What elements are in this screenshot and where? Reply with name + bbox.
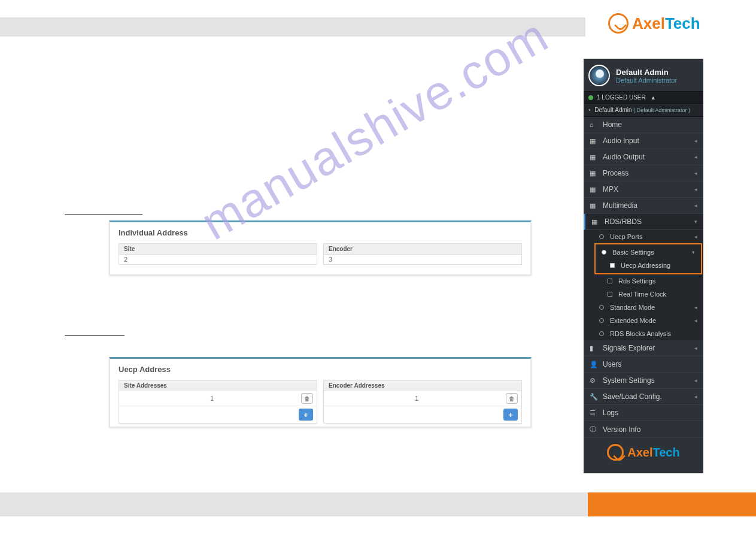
section-heading-individual — [65, 214, 142, 214]
circle-icon — [599, 331, 604, 336]
logo-text-axel: Axel — [632, 14, 665, 32]
logo-swirl-icon — [607, 444, 624, 461]
nav-process[interactable]: ▦Process◂ — [584, 165, 703, 182]
grid-icon: ▦ — [590, 170, 598, 177]
nav-multimedia[interactable]: ▦Multimedia◂ — [584, 198, 703, 214]
circle-filled-icon — [602, 250, 606, 255]
grid-icon: ▦ — [590, 137, 598, 145]
wrench-icon: 🔧 — [590, 393, 598, 401]
nav-audio-output[interactable]: ▦Audio Output◂ — [584, 149, 703, 165]
signal-icon: ▮ — [590, 344, 598, 352]
sidebar-brand-logo: AxelTech — [584, 438, 703, 466]
site-field: Site 2 — [119, 243, 317, 265]
individual-address-panel: Individual Address Site 2 Encoder 3 — [109, 220, 532, 276]
caret-left-icon: ◂ — [694, 170, 697, 176]
sidebar-logo-tech: Tech — [653, 446, 680, 460]
encoder-field: Encoder 3 — [323, 243, 522, 265]
site-addresses-col: Site Addresses 1 🗑 + — [119, 380, 317, 424]
user-icon: 👤 — [590, 361, 598, 368]
caret-left-icon: ◂ — [694, 186, 697, 192]
site-address-add-button[interactable]: + — [299, 409, 313, 421]
section-heading-uecp — [65, 335, 125, 336]
nav-uecp-addressing[interactable]: Uecp Addressing — [596, 259, 701, 272]
gear-icon: ⚙ — [590, 377, 598, 385]
brand-logo: AxelTech — [608, 13, 700, 34]
avatar-icon — [588, 65, 610, 86]
caret-left-icon: ◂ — [694, 377, 697, 383]
grid-icon: ▦ — [590, 153, 598, 161]
sidebar-logo-axel: Axel — [627, 446, 652, 460]
site-addresses-header: Site Addresses — [119, 380, 317, 391]
footer-orange-bar — [588, 492, 756, 516]
square-filled-icon — [610, 263, 615, 268]
caret-left-icon: ◂ — [694, 138, 697, 144]
encoder-address-value: 1 — [327, 395, 506, 402]
nav-signals-explorer[interactable]: ▮Signals Explorer◂ — [584, 340, 703, 356]
nav-extended-mode[interactable]: Extended Mode◂ — [593, 314, 703, 327]
nav-save-load[interactable]: 🔧Save/Load Config.◂ — [584, 389, 703, 405]
list-icon: ☰ — [590, 409, 598, 417]
circle-icon — [599, 305, 604, 310]
square-icon — [608, 292, 612, 297]
logged-user-detail: • Default Admin ( Default Administrator … — [584, 104, 703, 117]
panel1-title: Individual Address — [110, 222, 530, 243]
user-name: Default Admin — [616, 68, 677, 77]
sidebar: Default Admin Default Administrator 1 LO… — [584, 59, 703, 473]
logo-swirl-icon — [608, 13, 629, 34]
nav-rds-blocks[interactable]: RDS Blocks Analysis — [593, 327, 703, 340]
nav-rds[interactable]: ▦RDS/RBDS▾ — [584, 214, 703, 230]
caret-left-icon: ◂ — [694, 318, 697, 324]
nav-basic-settings[interactable]: Basic Settings▾ — [596, 246, 701, 259]
caret-down-icon: ▾ — [692, 249, 695, 255]
encoder-address-add-button[interactable]: + — [503, 409, 518, 421]
nav-home[interactable]: ⌂Home — [584, 117, 703, 133]
top-gray-bar — [0, 17, 585, 37]
nav-logs[interactable]: ☰Logs — [584, 405, 703, 421]
nav-standard-mode[interactable]: Standard Mode◂ — [593, 301, 703, 314]
watermark-text: manualshive.com — [192, 8, 558, 251]
footer-gray-bar — [0, 492, 588, 516]
info-icon: ⓘ — [590, 425, 598, 434]
grid-icon: ▦ — [590, 186, 598, 194]
user-role: Default Administrator — [616, 77, 677, 84]
caret-left-icon: ◂ — [694, 234, 697, 240]
user-box: Default Admin Default Administrator — [584, 59, 703, 91]
nav-audio-input[interactable]: ▦Audio Input◂ — [584, 133, 703, 149]
logged-detail-name: Default Admin — [594, 107, 631, 113]
panel2-title: Uecp Address — [110, 359, 530, 380]
nav-mpx[interactable]: ▦MPX◂ — [584, 182, 703, 198]
nav-version-info[interactable]: ⓘVersion Info — [584, 421, 703, 438]
nav-uecp-ports[interactable]: Uecp Ports◂ — [593, 230, 703, 243]
grid-icon: ▦ — [590, 202, 598, 210]
encoder-addresses-header: Encoder Addresses — [324, 380, 521, 391]
nav-real-time-clock[interactable]: Real Time Clock — [593, 288, 703, 301]
logged-count: 1 LOGGED USER — [597, 94, 646, 101]
logged-detail-role: Default Administrator — [637, 107, 687, 113]
nav-system-settings[interactable]: ⚙System Settings◂ — [584, 373, 703, 389]
grid-icon: ▦ — [591, 218, 600, 226]
caret-left-icon: ◂ — [694, 345, 697, 351]
caret-left-icon: ◂ — [694, 394, 697, 400]
site-address-value: 1 — [123, 395, 301, 402]
uecp-address-panel: Uecp Address Site Addresses 1 🗑 + Encode… — [109, 357, 532, 428]
circle-icon — [599, 234, 604, 239]
circle-icon — [599, 318, 604, 323]
caret-left-icon: ◂ — [694, 154, 697, 160]
home-icon: ⌂ — [590, 121, 598, 128]
encoder-label: Encoder — [323, 243, 522, 255]
site-value[interactable]: 2 — [119, 255, 317, 265]
caret-up-icon: ▲ — [651, 95, 656, 101]
encoder-address-delete-button[interactable]: 🗑 — [506, 393, 518, 404]
logo-text-tech: Tech — [665, 14, 700, 32]
status-dot-icon — [588, 95, 593, 100]
caret-left-icon: ◂ — [694, 304, 697, 310]
nav-users[interactable]: 👤Users — [584, 356, 703, 373]
encoder-addresses-col: Encoder Addresses 1 🗑 + — [323, 380, 522, 424]
caret-left-icon: ◂ — [694, 202, 697, 208]
encoder-value[interactable]: 3 — [323, 255, 522, 265]
site-label: Site — [119, 243, 317, 255]
caret-down-icon: ▾ — [694, 219, 697, 225]
site-address-delete-button[interactable]: 🗑 — [301, 393, 313, 404]
nav-rds-settings[interactable]: Rds Settings — [593, 274, 703, 288]
logged-users-toggle[interactable]: 1 LOGGED USER ▲ — [584, 91, 703, 104]
